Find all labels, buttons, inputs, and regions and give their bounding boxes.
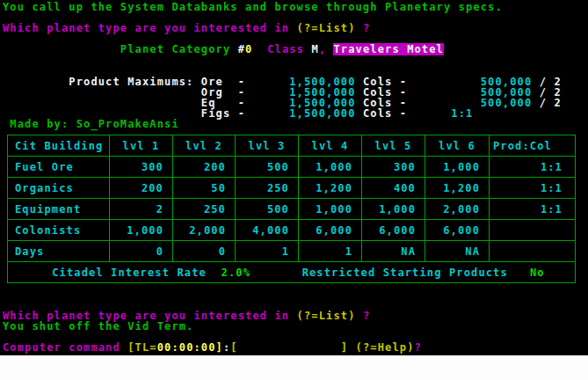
level-value-cell: 2,000 [173,220,236,241]
spec-header-lvl-1: lvl 1 [110,135,173,157]
level-value-cell: 0 [110,241,173,262]
text-segment: 1:1 [451,107,473,120]
citadel-interest-value: 2.0% [221,267,250,279]
prod-col-cell [490,241,576,262]
level-value-cell: 500 [236,199,299,220]
level-value-cell: 1,000 [299,199,362,220]
level-value-cell: 6,000 [362,220,425,241]
citadel-interest-label: Citadel Interest Rate [52,267,207,279]
planet-category-line: Planet Category #0 Class M, Travelers Mo… [3,44,444,55]
spec-header-lvl-5: lvl 5 [362,135,425,157]
text-segment: (?=List) [297,310,356,322]
prod-col-cell: 1:1 [490,157,576,178]
spacer [508,267,530,279]
spec-table-header-row: Cit Buildinglvl 1lvl 2lvl 3lvl 4lvl 5lvl… [8,135,576,157]
level-value-cell: NA [362,241,425,262]
vid-term-off-message: You shut off the Vid Term. [3,321,193,332]
spec-row-fuel-ore: Fuel Ore3002005001,0003001,0001:1 [8,157,576,178]
databank-intro-text: You call up the System Databanks and bro… [3,2,503,12]
text-segment: ? [415,341,422,354]
text-segment: ? [356,310,371,322]
spec-header-lvl-4: lvl 4 [299,135,362,157]
text-segment: ? [356,22,371,34]
row-label: Colonists [8,220,110,241]
planet-spec-table: Cit Buildinglvl 1lvl 2lvl 3lvl 4lvl 5lvl… [7,135,576,283]
level-value-cell: 4,000 [236,220,299,241]
level-value-cell: 500 [236,157,299,178]
prod-col-cell: 1:1 [490,199,576,220]
row-label: Organics [8,178,110,199]
row-label: Days [8,241,110,262]
made-by-credit: Made by: So_ProMakeAnsi [3,119,179,129]
text-segment: Cols - [356,107,452,120]
restricted-products-label: Restricted Starting Products [302,267,508,279]
level-value-cell: 6,000 [425,220,490,241]
spec-table-footer-row: Citadel Interest Rate 2.0% Restricted St… [8,262,576,283]
terminal-screen[interactable]: You call up the System Databanks and bro… [0,0,588,355]
spacer [8,267,52,279]
level-value-cell: 50 [173,178,236,199]
level-value-cell: 400 [362,178,425,199]
text-segment: 500,000 [481,97,533,109]
text-segment: Planet Category [120,43,238,55]
spec-header-prod-col: Prod:Col [490,135,576,157]
row-label: Fuel Ore [8,157,110,178]
text-segment: (?=List) [297,22,356,34]
command-input-field[interactable] [238,341,341,354]
prod-col-cell: 1:1 [490,178,576,199]
level-value-cell: 1,000 [362,199,425,220]
computer-command-prompt: Computer command [TL=00:00:00]:[ ] (?=He… [3,342,422,353]
planet-class-name-highlight: Travelers Motel [333,43,443,55]
text-segment: Class [267,43,311,55]
level-value-cell: 1,200 [425,178,490,199]
desktop-viewport: You call up the System Databanks and bro… [0,0,588,380]
citadel-footer-cell: Citadel Interest Rate 2.0% Restricted St… [8,262,576,283]
prod-col-cell [490,220,576,241]
text-segment: [TL= [127,341,156,354]
text-segment: You call up the System Databanks and bro… [3,1,503,13]
level-value-cell: 300 [110,157,173,178]
level-value-cell: 200 [173,157,236,178]
text-segment: Made by: So_ProMakeAnsi [3,118,179,130]
spec-row-days: Days0011NANA [8,241,576,262]
spec-row-equipment: Equipment22505001,0001,0002,0001:1 [8,199,576,220]
text-segment: M [311,43,318,55]
level-value-cell: 300 [362,157,425,178]
text-segment: ] [341,341,348,354]
level-value-cell: 250 [173,199,236,220]
text-segment: ] [216,341,223,354]
spec-header-lvl-3: lvl 3 [236,135,299,157]
text-segment: 00:00:00 [157,341,216,354]
text-segment: (?=Help) [356,341,415,354]
text-segment: , [319,43,334,55]
spec-row-organics: Organics200502501,2004001,2001:1 [8,178,576,199]
level-value-cell: 1,000 [425,157,490,178]
text-segment: [ [230,341,237,354]
text-segment [252,43,267,55]
level-value-cell: 1,000 [299,157,362,178]
level-value-cell: 6,000 [299,220,362,241]
text-segment [3,43,120,55]
level-value-cell: 200 [110,178,173,199]
restricted-products-value: No [530,267,545,279]
text-segment: / 2 [532,97,561,109]
level-value-cell: 0 [173,241,236,262]
level-value-cell: 1,200 [299,178,362,199]
spec-row-colonists: Colonists1,0002,0004,0006,0006,0006,000 [8,220,576,241]
level-value-cell: 1 [236,241,299,262]
level-value-cell: 2 [110,199,173,220]
text-segment: You shut off the Vid Term. [3,320,193,332]
level-value-cell: NA [425,241,490,262]
spec-header-lvl-2: lvl 2 [173,135,236,157]
spec-header-lvl-6: lvl 6 [425,135,490,157]
text-segment: Which planet type are you interested in [3,22,297,34]
spacer [207,267,221,279]
text-segment: Computer command [3,341,127,354]
level-value-cell: 250 [236,178,299,199]
text-segment [348,341,355,354]
level-value-cell: 2,000 [425,199,490,220]
text-segment: # [238,43,245,55]
planet-type-prompt: Which planet type are you interested in … [3,23,370,33]
window-background-strip [0,355,588,380]
row-label: Equipment [8,199,110,220]
